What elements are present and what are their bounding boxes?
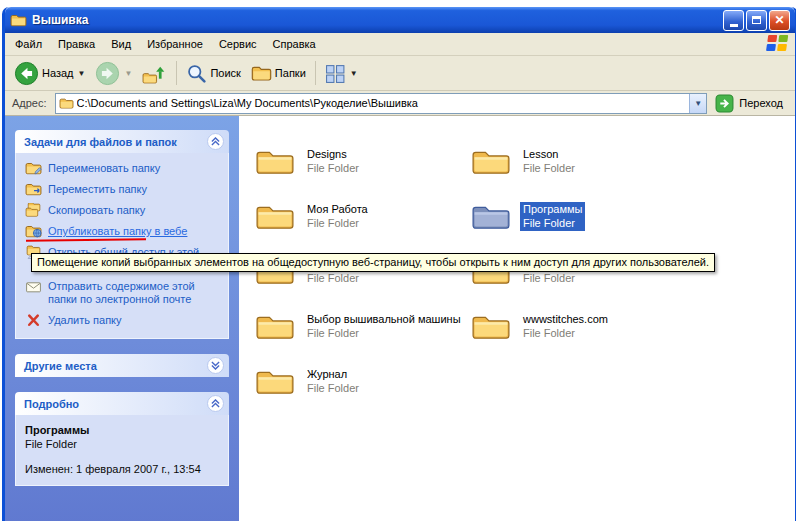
- details-body: Программы File Folder Изменен: 1 февраля…: [15, 415, 229, 486]
- file-folder-tasks-header[interactable]: Задачи для файлов и папок: [15, 130, 229, 153]
- publish-web-icon: [25, 224, 42, 239]
- folder-name: Моя Работа: [304, 202, 371, 217]
- desktop: Вышивка ✕ Файл Правка Вид Избранное Серв…: [0, 0, 796, 521]
- forward-arrow-icon: [95, 61, 120, 86]
- details-header[interactable]: Подробно: [15, 392, 229, 415]
- back-button[interactable]: Назад ▼: [9, 59, 90, 88]
- task-label[interactable]: Переместить папку: [48, 183, 147, 196]
- folder-icon: [471, 311, 511, 343]
- go-arrow-icon: [715, 94, 734, 113]
- menu-favorites[interactable]: Избранное: [139, 34, 211, 54]
- views-grid-icon: [325, 63, 346, 84]
- address-input[interactable]: [74, 97, 690, 109]
- address-combobox[interactable]: ▼: [55, 93, 708, 114]
- file-folder-tasks-section: Задачи для файлов и папок Переименовать …: [15, 130, 229, 339]
- folder-tile[interactable]: Designs File Folder: [255, 134, 463, 189]
- task-label[interactable]: Переименовать папку: [48, 162, 160, 175]
- forward-button[interactable]: ▼: [90, 59, 137, 88]
- forward-dropdown-icon[interactable]: ▼: [124, 69, 132, 78]
- task-move-folder[interactable]: Переместить папку: [25, 183, 222, 197]
- section-title: Подробно: [24, 398, 79, 410]
- back-dropdown-icon[interactable]: ▼: [78, 69, 86, 78]
- rename-folder-icon: [25, 161, 42, 176]
- folder-type: File Folder: [304, 217, 371, 231]
- folder-name: Lesson: [520, 147, 578, 162]
- folder-type: File Folder: [520, 272, 598, 286]
- menu-help[interactable]: Справка: [265, 34, 324, 54]
- folder-type: File Folder: [520, 327, 611, 341]
- collapse-chevron-icon[interactable]: [207, 133, 224, 150]
- menu-bar: Файл Правка Вид Избранное Сервис Справка: [5, 33, 795, 56]
- folder-view: Designs File Folder Lesson File Folder М…: [239, 116, 795, 521]
- go-button[interactable]: Переход: [707, 94, 791, 113]
- client-area: Задачи для файлов и папок Переименовать …: [5, 116, 795, 521]
- folder-icon: [255, 201, 295, 233]
- other-places-header[interactable]: Другие места: [15, 354, 229, 377]
- maximize-button[interactable]: [746, 10, 767, 31]
- minimize-icon: [730, 24, 738, 27]
- email-envelope-icon: [25, 279, 42, 294]
- close-icon: ✕: [774, 14, 784, 26]
- task-email-folder[interactable]: Отправить содержимое этой папки по элект…: [25, 280, 222, 307]
- address-dropdown-icon[interactable]: ▼: [689, 94, 706, 113]
- tooltip: Помещение копий выбранных элементов на о…: [31, 253, 715, 272]
- folder-tile[interactable]: Журнал File Folder: [255, 354, 463, 409]
- close-button[interactable]: ✕: [769, 10, 790, 31]
- folder-tile[interactable]: wwwstitches.com File Folder: [471, 299, 679, 354]
- toolbar-separator: [176, 61, 177, 85]
- folders-icon: [251, 63, 272, 84]
- folder-tile[interactable]: Выбор вышивальной машины File Folder: [255, 299, 463, 354]
- search-icon: [186, 63, 207, 84]
- task-publish-folder[interactable]: Опубликовать папку в вебе: [25, 225, 222, 239]
- folder-tile[interactable]: Моя Работа File Folder: [255, 189, 463, 244]
- address-label: Адрес:: [9, 97, 55, 109]
- menu-tools[interactable]: Сервис: [211, 34, 265, 54]
- menu-file[interactable]: Файл: [7, 34, 50, 54]
- delete-x-icon: [25, 313, 42, 328]
- address-bar: Адрес: ▼ Переход: [5, 91, 795, 116]
- views-button[interactable]: ▼: [320, 61, 363, 86]
- task-label[interactable]: Скопировать папку: [48, 204, 145, 217]
- windows-logo-icon: [766, 35, 791, 53]
- folder-icon: [255, 311, 295, 343]
- task-copy-folder[interactable]: Скопировать папку: [25, 204, 222, 218]
- folder-name: wwwstitches.com: [520, 312, 611, 327]
- menu-view[interactable]: Вид: [103, 34, 139, 54]
- window-titlebar[interactable]: Вышивка ✕: [5, 7, 795, 33]
- file-folder-tasks-body: Переименовать папку Переместить папку: [15, 153, 229, 339]
- task-label[interactable]: Опубликовать папку в вебе: [48, 225, 187, 238]
- expand-chevron-icon[interactable]: [207, 357, 224, 374]
- menu-edit[interactable]: Правка: [50, 34, 103, 54]
- views-dropdown-icon[interactable]: ▼: [350, 69, 358, 78]
- folder-tile[interactable]: Lesson File Folder: [471, 134, 679, 189]
- up-folder-icon: [142, 61, 167, 86]
- go-label: Переход: [739, 97, 783, 109]
- address-folder-icon: [59, 97, 74, 110]
- folder-icon: [255, 146, 295, 178]
- search-button[interactable]: Поиск: [181, 61, 245, 86]
- section-title: Другие места: [24, 360, 97, 372]
- folder-type: File Folder: [520, 162, 578, 176]
- annotation-underline: [26, 238, 146, 241]
- details-section: Подробно Программы File Folder Изменен: …: [15, 392, 229, 486]
- window-title: Вышивка: [32, 13, 721, 27]
- folder-icon: [471, 201, 511, 233]
- toolbar-separator: [315, 61, 316, 85]
- task-label[interactable]: Удалить папку: [48, 314, 122, 327]
- folder-tile-selected[interactable]: Программы File Folder: [471, 189, 679, 244]
- other-places-section: Другие места: [15, 354, 229, 377]
- task-label[interactable]: Отправить содержимое этой папки по элект…: [48, 280, 222, 306]
- folder-icon: [471, 146, 511, 178]
- task-rename-folder[interactable]: Переименовать папку: [25, 162, 222, 176]
- move-folder-icon: [25, 182, 42, 197]
- minimize-button[interactable]: [723, 10, 744, 31]
- up-button[interactable]: [137, 59, 172, 88]
- folder-name: Designs: [304, 147, 362, 162]
- folder-name: Журнал: [304, 367, 362, 382]
- task-pane: Задачи для файлов и папок Переименовать …: [5, 116, 239, 521]
- collapse-chevron-icon[interactable]: [207, 395, 224, 412]
- task-delete-folder[interactable]: Удалить папку: [25, 314, 222, 328]
- folders-label: Папки: [275, 67, 306, 79]
- folders-button[interactable]: Папки: [246, 61, 311, 86]
- search-label: Поиск: [210, 67, 240, 79]
